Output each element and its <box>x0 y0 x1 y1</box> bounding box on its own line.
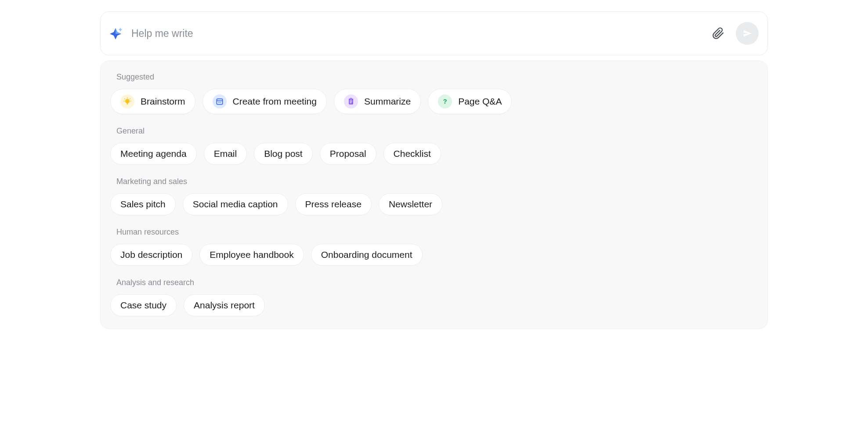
chips-analysis: Case study Analysis report <box>110 294 758 316</box>
section-title-analysis: Analysis and research <box>110 278 758 287</box>
chip-create-from-meeting[interactable]: Create from meeting <box>203 89 327 114</box>
question-icon: ? <box>438 94 452 108</box>
chip-label: Press release <box>305 199 362 210</box>
svg-text:?: ? <box>443 98 447 105</box>
svg-rect-7 <box>217 99 222 105</box>
calendar-icon <box>213 94 227 108</box>
section-analysis: Analysis and research Case study Analysi… <box>110 278 758 316</box>
chip-brainstorm[interactable]: Brainstorm <box>110 89 195 114</box>
chips-general: Meeting agenda Email Blog post Proposal … <box>110 143 758 165</box>
chip-analysis-report[interactable]: Analysis report <box>184 294 265 316</box>
chip-sales-pitch[interactable]: Sales pitch <box>110 193 176 215</box>
chip-email[interactable]: Email <box>204 143 247 165</box>
chip-label: Summarize <box>364 96 411 107</box>
section-title-hr: Human resources <box>110 228 758 237</box>
chip-employee-handbook[interactable]: Employee handbook <box>199 244 304 266</box>
prompt-input[interactable] <box>131 28 704 40</box>
svg-rect-1 <box>127 103 128 105</box>
section-general: General Meeting agenda Email Blog post P… <box>110 127 758 165</box>
suggestions-panel: Suggested Brainstorm <box>100 61 768 329</box>
chip-label: Checklist <box>394 148 431 159</box>
ai-sparkle-icon <box>109 26 123 40</box>
svg-point-11 <box>220 102 221 103</box>
chip-press-release[interactable]: Press release <box>295 193 372 215</box>
chip-label: Meeting agenda <box>120 148 187 159</box>
chip-blog-post[interactable]: Blog post <box>254 143 313 165</box>
chip-social-media-caption[interactable]: Social media caption <box>183 193 288 215</box>
svg-line-3 <box>124 98 125 99</box>
send-button[interactable] <box>736 22 759 45</box>
section-suggested: Suggested Brainstorm <box>110 72 758 114</box>
chip-proposal[interactable]: Proposal <box>320 143 376 165</box>
chip-summarize[interactable]: Summarize <box>334 89 421 114</box>
svg-line-4 <box>130 98 130 99</box>
clipboard-icon <box>344 94 358 108</box>
chip-page-qa[interactable]: ? Page Q&A <box>428 89 512 114</box>
section-hr: Human resources Job description Employee… <box>110 228 758 266</box>
chip-job-description[interactable]: Job description <box>110 244 192 266</box>
chip-checklist[interactable]: Checklist <box>383 143 441 165</box>
section-marketing: Marketing and sales Sales pitch Social m… <box>110 177 758 215</box>
section-title-suggested: Suggested <box>110 72 758 82</box>
section-title-general: General <box>110 127 758 136</box>
chip-label: Sales pitch <box>120 199 166 210</box>
svg-rect-13 <box>350 98 352 99</box>
attachment-icon[interactable] <box>712 27 724 40</box>
chip-label: Onboarding document <box>321 250 412 260</box>
chips-marketing: Sales pitch Social media caption Press r… <box>110 193 758 215</box>
chip-label: Create from meeting <box>233 96 317 107</box>
chip-label: Social media caption <box>193 199 278 210</box>
chip-label: Email <box>214 148 237 159</box>
chip-meeting-agenda[interactable]: Meeting agenda <box>110 143 197 165</box>
chip-label: Employee handbook <box>210 250 293 260</box>
chip-label: Analysis report <box>194 300 255 311</box>
chip-newsletter[interactable]: Newsletter <box>379 193 442 215</box>
svg-point-10 <box>219 102 220 103</box>
chip-label: Job description <box>120 250 182 260</box>
chips-hr: Job description Employee handbook Onboar… <box>110 244 758 266</box>
chip-onboarding-document[interactable]: Onboarding document <box>311 244 423 266</box>
prompt-input-bar <box>100 11 768 55</box>
chip-label: Brainstorm <box>141 96 185 107</box>
chip-label: Blog post <box>264 148 303 159</box>
chips-suggested: Brainstorm Create from meeting <box>110 89 758 114</box>
lightbulb-icon <box>120 94 134 108</box>
chip-label: Case study <box>120 300 166 311</box>
chip-label: Newsletter <box>389 199 432 210</box>
chip-label: Proposal <box>330 148 366 159</box>
section-title-marketing: Marketing and sales <box>110 177 758 186</box>
chip-case-study[interactable]: Case study <box>110 294 177 316</box>
chip-label: Page Q&A <box>458 96 502 107</box>
svg-point-0 <box>125 99 130 103</box>
svg-point-9 <box>218 102 219 103</box>
